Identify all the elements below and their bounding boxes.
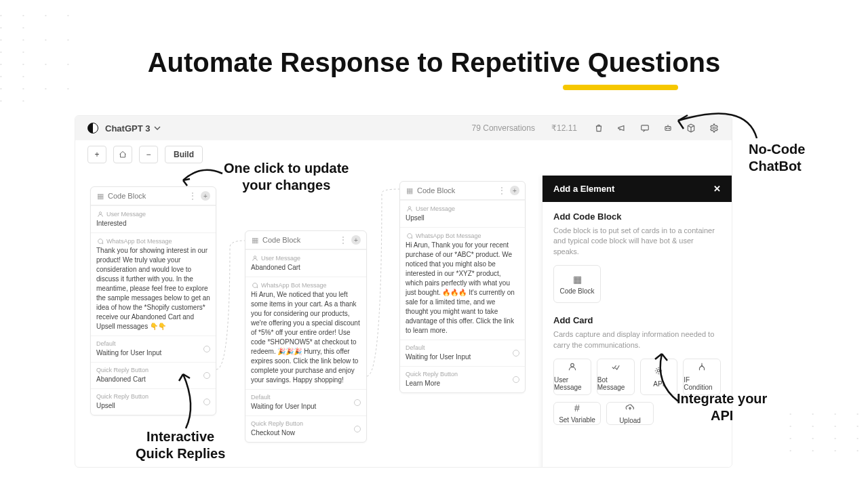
default-text: Waiting for User Input [251, 402, 361, 411]
bot-message-text: Hi Arun, We noticed that you left some i… [251, 290, 361, 385]
builder-canvas[interactable]: + − Build ▦Code Block⋮+ User Message Int… [75, 146, 732, 468]
svg-point-9 [658, 369, 660, 372]
api-icon [654, 366, 663, 378]
arrow-right-icon[interactable] [203, 372, 210, 379]
card-user-message[interactable]: User Message [553, 359, 591, 395]
card-upload[interactable]: Upload [606, 402, 654, 425]
card-label: Bot Message [597, 376, 634, 391]
topbar: ChatGPT 3 79 Conversations ₹12.11 [75, 116, 732, 140]
kebab-icon[interactable]: ⋮ [498, 186, 506, 195]
upload-icon [625, 403, 635, 414]
section-code-block-title: Add Code Block [553, 211, 721, 222]
card-label: Set Variable [559, 416, 595, 424]
section-code-block-desc: Code block is to put set of cards in to … [553, 226, 721, 257]
minus-button[interactable]: − [139, 146, 158, 163]
grid-icon: ▦ [406, 187, 413, 195]
grid-icon: ▦ [251, 237, 258, 244]
build-button[interactable]: Build [165, 146, 203, 163]
default-label: Default [251, 394, 361, 401]
bot-icon[interactable] [663, 123, 673, 134]
kebab-icon[interactable]: ⋮ [339, 235, 347, 245]
code-block-b[interactable]: ▦Code Block⋮+ User Message Abandoned Car… [245, 230, 367, 443]
chat-icon[interactable] [639, 123, 650, 134]
chevron-down-icon [154, 125, 161, 131]
panel-title: Add a Element [553, 184, 614, 194]
arrow-right-icon[interactable] [354, 426, 361, 432]
bot-message-label: WhatsApp Bot Message [106, 238, 172, 245]
hash-icon: # [574, 403, 580, 413]
grid-icon: ▦ [573, 274, 582, 285]
app-frame: ChatGPT 3 79 Conversations ₹12.11 + − Bu… [75, 115, 732, 468]
user-message-label: User Message [416, 205, 455, 212]
add-code-block-card[interactable]: ▦ Code Block [553, 265, 601, 303]
callout-build: One click to update your changes [224, 160, 349, 194]
user-icon [568, 362, 577, 373]
user-message-text: Abandoned Cart [251, 263, 361, 272]
section-add-card-title: Add Card [553, 315, 721, 325]
user-icon [96, 210, 104, 218]
whatsapp-icon [406, 232, 413, 239]
whatsapp-icon [251, 281, 258, 289]
block-title: Code Block [262, 236, 300, 244]
svg-point-3 [669, 128, 669, 129]
settings-icon[interactable] [709, 123, 719, 134]
add-card-icon[interactable]: + [201, 191, 210, 201]
card-if-condition[interactable]: IF Condition [683, 359, 721, 395]
arrow-right-icon[interactable] [203, 346, 210, 352]
default-text: Waiting for User Input [406, 352, 519, 362]
card-label: User Message [554, 376, 591, 391]
megaphone-icon[interactable] [616, 123, 627, 134]
block-title: Code Block [417, 186, 455, 195]
svg-point-6 [254, 256, 256, 258]
card-label: Upload [619, 417, 641, 424]
theme-toggle-icon[interactable] [87, 123, 98, 134]
bag-icon[interactable] [593, 123, 604, 134]
arrow-right-icon[interactable] [513, 350, 519, 357]
default-text: Waiting for User Input [96, 348, 210, 358]
decor-dots-tl: • • • • • •• • • • • •• • • • • •• • • •… [0, 9, 81, 77]
hero-title: Automate Response to Repetitive Question… [0, 47, 868, 78]
user-message-text: Interested [96, 219, 210, 228]
default-label: Default [96, 340, 210, 347]
cube-icon[interactable] [686, 123, 696, 134]
user-message-label: User Message [261, 255, 300, 262]
section-add-card-desc: Cards capture and display information ne… [553, 329, 721, 350]
svg-point-2 [667, 128, 667, 129]
callout-nocode: No-Code ChatBot [749, 141, 805, 175]
quick-reply-learn-more[interactable]: Learn More [406, 379, 519, 388]
code-block-label: Code Block [559, 287, 594, 295]
add-card-icon[interactable]: + [510, 186, 519, 195]
model-selector[interactable]: ChatGPT 3 [105, 123, 161, 134]
code-block-c[interactable]: ▦Code Block⋮+ User Message Upsell WhatsA… [399, 181, 526, 393]
conversations-count: 79 Conversations [472, 123, 535, 133]
callout-quick-replies: Interactive Quick Replies [136, 428, 225, 462]
block-title: Code Block [108, 192, 146, 200]
bot-message-label: WhatsApp Bot Message [261, 282, 327, 289]
add-card-icon[interactable]: + [351, 235, 361, 245]
quick-reply-label: Quick Reply Button [96, 367, 210, 373]
close-icon[interactable]: ✕ [713, 184, 721, 194]
quick-reply-upsell[interactable]: Upsell [96, 401, 210, 411]
code-block-a[interactable]: ▦Code Block⋮+ User Message Interested Wh… [90, 186, 216, 415]
card-bot-message[interactable]: Bot Message [597, 359, 635, 395]
add-button[interactable]: + [87, 146, 106, 163]
svg-point-7 [408, 206, 410, 208]
quick-reply-checkout-now[interactable]: Checkout Now [251, 428, 361, 438]
home-button[interactable] [113, 146, 132, 163]
svg-rect-0 [642, 125, 649, 130]
model-name: ChatGPT 3 [105, 123, 150, 134]
svg-point-8 [571, 364, 574, 367]
arrow-right-icon[interactable] [354, 399, 361, 406]
spend-amount: ₹12.11 [551, 123, 577, 133]
user-icon [406, 205, 413, 212]
quick-reply-label: Quick Reply Button [406, 371, 519, 378]
decor-dots-br: • • • •• • • •• • • •• • • • [787, 408, 868, 476]
arrow-right-icon[interactable] [203, 399, 210, 405]
svg-point-5 [99, 211, 101, 214]
arrow-right-icon[interactable] [513, 376, 519, 383]
quick-reply-abandoned-cart[interactable]: Abandoned Cart [96, 375, 210, 384]
card-set-variable[interactable]: #Set Variable [553, 402, 601, 425]
card-api[interactable]: API [640, 359, 678, 395]
default-label: Default [406, 344, 519, 351]
kebab-icon[interactable]: ⋮ [189, 191, 197, 201]
